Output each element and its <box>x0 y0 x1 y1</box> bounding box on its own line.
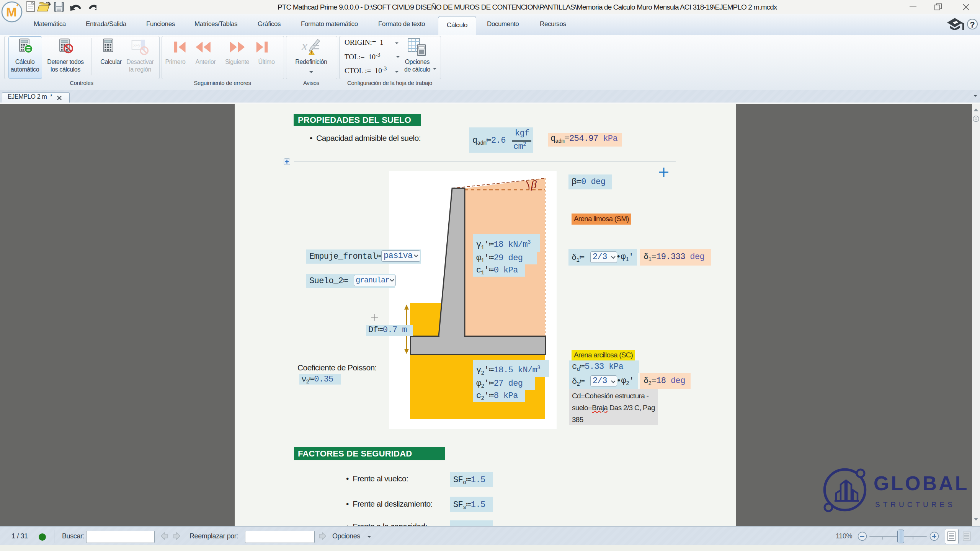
svg-text:STRUCTURES: STRUCTURES <box>875 500 956 509</box>
svg-text:GLOBAL: GLOBAL <box>874 472 969 494</box>
svg-text:?: ? <box>970 20 975 29</box>
svg-text:β: β <box>531 178 537 191</box>
svg-text:M: M <box>6 5 17 19</box>
svg-text:x: x <box>301 39 307 53</box>
svg-text:x+y: x+y <box>133 42 140 47</box>
svg-text:!: ! <box>311 51 312 55</box>
